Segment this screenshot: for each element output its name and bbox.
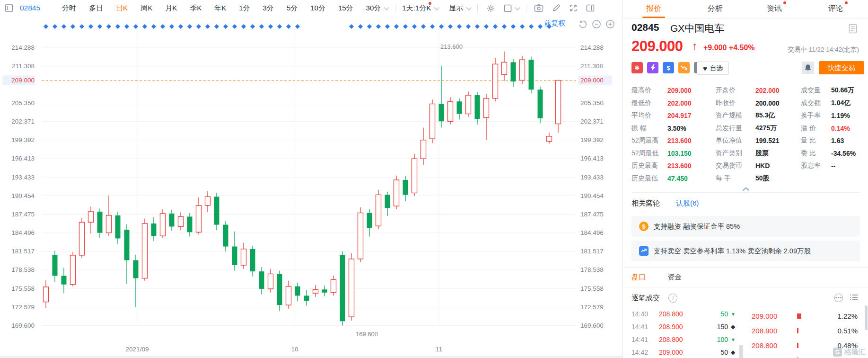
chevron-down-icon[interactable] <box>434 5 439 10</box>
notification-dot <box>783 1 786 4</box>
stat-value: 1.04亿 <box>831 99 850 107</box>
pencil-icon[interactable] <box>552 4 561 12</box>
trade-volume: 50 <box>694 308 728 321</box>
stat-label: 历史最高 <box>631 161 667 170</box>
chart-canvas[interactable]: 2021/091011214.288214.288211.308211.3082… <box>0 16 623 358</box>
fullscreen-icon[interactable] <box>569 4 578 12</box>
stat-value: 199.521 <box>755 137 780 144</box>
toolbar-period-3分[interactable]: 3分 <box>263 4 274 13</box>
toolbar-period-30分[interactable]: 30分 <box>366 4 381 13</box>
candlestick-chart[interactable]: 2021/091011214.288214.288211.308211.3082… <box>0 16 623 358</box>
stat-row: 历史最高213.600 <box>631 160 692 172</box>
trade-row[interactable]: 14:40208.80050▼ <box>623 308 746 321</box>
trade-row[interactable]: 14:41208.900150◆ <box>623 321 746 333</box>
hk-market-icon: ✱ <box>631 62 643 73</box>
ladder-row[interactable]: 209.0001.22% <box>746 309 868 323</box>
svg-text:184.496: 184.496 <box>11 229 35 236</box>
trade-row[interactable]: 14:42209.00050◆ <box>623 346 746 358</box>
list-scrollbar-thumb[interactable] <box>739 345 743 358</box>
panel-toggle-icon[interactable] <box>586 4 595 12</box>
toolbar-period-5分[interactable]: 5分 <box>287 4 298 13</box>
dollar-badge-icon: $ <box>663 62 674 73</box>
stock-code: 02845 <box>631 22 659 33</box>
toolbar-period-1分[interactable]: 1分 <box>239 4 250 13</box>
price-change: +9.000 +4.50% <box>703 44 755 52</box>
list-view-icon[interactable] <box>850 294 858 303</box>
ladder-row[interactable]: 208.9000.51% <box>746 323 868 338</box>
svg-text:199.392: 199.392 <box>11 136 35 143</box>
tab-label: 评论 <box>828 4 843 12</box>
panel-scrollbar-thumb[interactable] <box>865 305 868 330</box>
stat-label: 单位净值 <box>716 136 755 145</box>
tab-分析[interactable]: 分析 <box>684 0 746 18</box>
stats-column-3: 成交量50.66万成交额1.04亿换手率1.19%溢 价0.14%量 比1.63… <box>801 84 856 172</box>
adjust-mode-button[interactable]: 前复权 <box>544 19 565 28</box>
ladder-price: 208.800 <box>752 338 777 353</box>
more-options-icon[interactable]: ••• <box>834 294 843 302</box>
stat-label: 交易货币 <box>716 161 755 170</box>
undo-icon[interactable] <box>578 19 587 31</box>
warrants-link[interactable]: 认股(6) <box>676 199 699 208</box>
company-profile-icon[interactable] <box>849 24 857 36</box>
tab-报价[interactable]: 报价 <box>623 0 684 18</box>
toolbar-period-季K[interactable]: 季K <box>190 4 202 13</box>
camera-icon[interactable] <box>534 4 544 12</box>
panel-tabs: 报价分析资讯评论 <box>623 0 868 18</box>
chart-scrollbar[interactable] <box>0 356 623 358</box>
display-menu-button[interactable]: 显示 <box>449 4 463 13</box>
layout-select-icon[interactable] <box>504 4 512 12</box>
toolbar-period-10分[interactable]: 10分 <box>310 4 325 13</box>
toolbar-period-周K[interactable]: 周K <box>140 4 152 13</box>
composite-period-button[interactable]: 1天:1分K <box>402 4 431 13</box>
gear-icon[interactable] <box>486 4 495 13</box>
subtab-funds[interactable]: 资金 <box>667 273 682 282</box>
toolbar-period-15分[interactable]: 15分 <box>338 4 353 13</box>
ladder-bar <box>797 313 801 319</box>
quick-trade-button[interactable]: 快捷交易 <box>819 61 864 74</box>
toolbar-period-年K[interactable]: 年K <box>214 4 226 13</box>
top-toolbar: 02845 分时多日日K周K月K季K年K1分3分5分10分15分30分 1天:1… <box>0 0 623 17</box>
tab-资讯[interactable]: 资讯 <box>746 0 807 18</box>
add-watchlist-button[interactable]: ♥ 自选 <box>697 62 729 75</box>
short-sell-badge-icon <box>678 62 690 73</box>
svg-text:205.350: 205.350 <box>580 99 604 107</box>
stat-row: 成交量50.66万 <box>801 84 856 97</box>
svg-text:175.558: 175.558 <box>580 285 604 292</box>
sell-triangle-icon: ▼ <box>731 308 736 321</box>
stat-value: 50股 <box>755 174 770 183</box>
svg-text:213.600: 213.600 <box>440 43 463 50</box>
chevron-down-icon[interactable] <box>466 5 471 10</box>
stat-value: 209.000 <box>667 87 692 94</box>
zoom-in-icon[interactable] <box>605 19 615 31</box>
toolbar-symbol[interactable]: 02845 <box>20 4 40 12</box>
info-icon[interactable]: i <box>668 294 677 303</box>
chevron-down-icon[interactable] <box>384 5 389 10</box>
toolbar-period-月K[interactable]: 月K <box>165 4 177 13</box>
stat-value: 202.000 <box>755 87 780 94</box>
tick-trades-title: 逐笔成交 <box>631 294 660 303</box>
trade-row[interactable]: 14:41208.800100▼ <box>623 333 746 346</box>
svg-text:190.454: 190.454 <box>11 192 35 199</box>
svg-text:190.454: 190.454 <box>580 192 604 199</box>
chevron-down-icon[interactable] <box>515 5 520 10</box>
watermark-text: 格隆汇 <box>844 348 866 357</box>
tab-评论[interactable]: 评论 <box>807 0 868 18</box>
zoom-out-icon[interactable] <box>592 19 601 31</box>
period-selector: 分时多日日K周K月K季K年K1分3分5分10分15分30分 <box>62 4 381 13</box>
short-sell-notice[interactable]: 支持卖空 卖空参考利率 1.13% 卖空池剩余 2.09万股 <box>631 241 860 261</box>
subtab-order-book[interactable]: 盘口 <box>631 273 646 282</box>
toolbar-period-分时[interactable]: 分时 <box>62 4 76 13</box>
chart-window-icon[interactable] <box>5 4 13 12</box>
stat-row: 开盘价202.000 <box>716 84 780 97</box>
divider <box>631 192 860 193</box>
ladder-price: 208.700 <box>752 353 777 358</box>
stat-label: 量 比 <box>801 136 831 145</box>
toolbar-period-多日[interactable]: 多日 <box>89 4 103 13</box>
tab-label: 分析 <box>708 4 723 12</box>
toolbar-period-日K[interactable]: 日K <box>116 4 128 13</box>
alert-bell-icon[interactable] <box>802 62 814 74</box>
margin-notice[interactable]: $ 支持融资 融资保证金率 85% <box>631 216 860 237</box>
svg-text:214.288: 214.288 <box>11 44 35 51</box>
stat-row: 平均价204.917 <box>631 109 692 122</box>
svg-text:202.371: 202.371 <box>11 118 35 125</box>
